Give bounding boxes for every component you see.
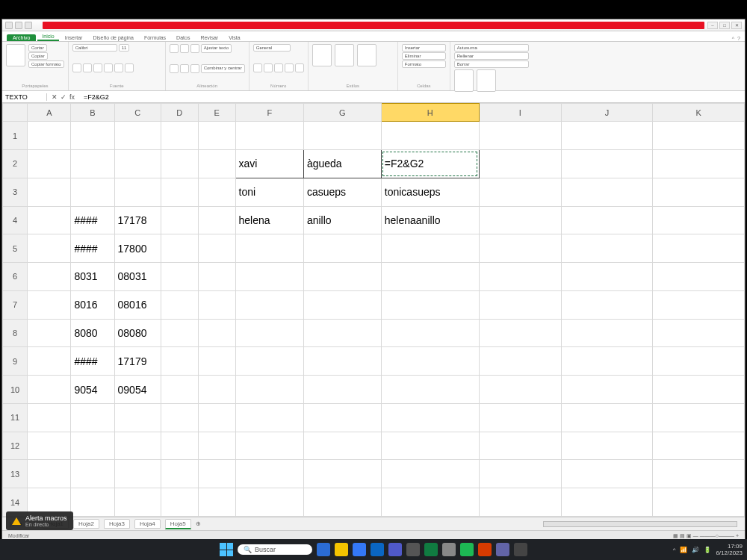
macro-alert-toast[interactable]: Alerta macros En directo (6, 511, 73, 530)
cell-I2[interactable] (479, 150, 561, 178)
cell-F9[interactable] (235, 347, 303, 376)
cell-J8[interactable] (561, 319, 653, 347)
cell-H1[interactable] (381, 122, 479, 150)
format-painter-button[interactable]: Copiar formato (28, 60, 64, 68)
taskbar-clock[interactable]: 17:09 6/12/2023 (716, 543, 743, 556)
cell-E10[interactable] (198, 376, 235, 404)
cell-G3[interactable]: casueps (303, 178, 381, 206)
cell-K10[interactable] (653, 376, 745, 404)
row-header-6[interactable]: 6 (3, 263, 28, 291)
cell-E6[interactable] (198, 263, 235, 291)
cell-B12[interactable] (71, 432, 114, 460)
cell-E12[interactable] (198, 432, 235, 460)
tab-inicio[interactable]: Inicio (37, 33, 58, 41)
cell-K14[interactable] (653, 488, 745, 517)
worksheet-grid[interactable]: ABCDEFGHIJK12xaviàgueda=F2&G23tonicasuep… (2, 103, 745, 517)
tab-revisar[interactable]: Revisar (196, 34, 223, 41)
cell-K1[interactable] (653, 122, 745, 150)
cell-C9[interactable]: 17179 (114, 347, 161, 376)
row-header-1[interactable]: 1 (3, 122, 28, 150)
cell-H2[interactable]: =F2&G2 (381, 150, 479, 178)
tab-insertar[interactable]: Insertar (61, 34, 87, 41)
cell-J11[interactable] (561, 403, 653, 432)
cell-I14[interactable] (479, 488, 561, 517)
taskbar-app-icon[interactable] (388, 543, 402, 556)
cell-K7[interactable] (653, 290, 745, 319)
help-icon[interactable]: ? (737, 36, 740, 41)
cell-E13[interactable] (198, 460, 235, 488)
format-cells-button[interactable]: Formato (402, 60, 446, 68)
ribbon-collapse-icon[interactable]: ^ (732, 36, 734, 41)
cell-C1[interactable] (114, 122, 161, 150)
cell-I11[interactable] (479, 403, 561, 432)
cell-E7[interactable] (198, 290, 235, 319)
wrap-text-button[interactable]: Ajustar texto (201, 44, 232, 53)
cell-J5[interactable] (561, 234, 653, 263)
cell-K11[interactable] (653, 403, 745, 432)
cell-J4[interactable] (561, 206, 653, 234)
start-button[interactable] (220, 543, 233, 556)
row-header-2[interactable]: 2 (3, 150, 28, 178)
font-size-selector[interactable]: 11 (119, 44, 130, 52)
column-header-G[interactable]: G (303, 104, 381, 122)
taskbar-app-icon[interactable] (514, 543, 527, 556)
cell-G4[interactable]: anillo (303, 206, 381, 234)
cell-C2[interactable] (114, 150, 161, 178)
column-header-K[interactable]: K (653, 104, 745, 122)
cell-D11[interactable] (161, 403, 198, 432)
cell-E5[interactable] (198, 234, 235, 263)
cell-H5[interactable] (381, 234, 479, 263)
system-tray[interactable]: ^ 📶 🔊 🔋 17:09 6/12/2023 (673, 543, 743, 556)
paste-button[interactable] (6, 44, 25, 66)
taskbar-app-icon[interactable] (335, 543, 348, 556)
row-header-5[interactable]: 5 (3, 234, 28, 263)
column-header-I[interactable]: I (479, 104, 561, 122)
fill-button[interactable]: Rellenar (454, 52, 529, 60)
cell-A3[interactable] (28, 178, 71, 206)
cell-styles-button[interactable] (357, 44, 376, 66)
cell-G12[interactable] (303, 432, 381, 460)
bold-button[interactable] (72, 63, 81, 72)
cell-K9[interactable] (653, 347, 745, 376)
cell-A5[interactable] (28, 234, 71, 263)
cell-G1[interactable] (303, 122, 381, 150)
cell-A11[interactable] (28, 403, 71, 432)
cell-K5[interactable] (653, 234, 745, 263)
file-tab[interactable]: Archivo (7, 34, 36, 41)
cell-A10[interactable] (28, 376, 71, 404)
cell-B3[interactable] (71, 178, 114, 206)
conditional-format-button[interactable] (312, 44, 332, 66)
cell-F5[interactable] (235, 234, 303, 263)
cell-B8[interactable]: 8080 (71, 319, 114, 347)
zoom-slider[interactable]: — ———○——— + (693, 533, 739, 538)
cell-A4[interactable] (28, 206, 71, 234)
cell-C4[interactable]: 17178 (114, 206, 161, 234)
cell-A9[interactable] (28, 347, 71, 376)
taskbar-excel-icon[interactable] (424, 543, 438, 556)
column-header-C[interactable]: C (114, 104, 161, 122)
cell-F14[interactable] (235, 488, 303, 517)
close-button[interactable]: ✕ (731, 22, 742, 29)
cell-J9[interactable] (561, 347, 653, 376)
row-header-3[interactable]: 3 (3, 178, 28, 206)
decimal-dec-icon[interactable] (295, 63, 304, 72)
cell-I3[interactable] (479, 178, 561, 206)
cell-H4[interactable]: helenaanillo (381, 206, 479, 234)
cell-D13[interactable] (161, 460, 198, 488)
cell-D2[interactable] (161, 150, 198, 178)
row-header-12[interactable]: 12 (3, 432, 28, 460)
cell-B7[interactable]: 8016 (71, 290, 114, 319)
cut-button[interactable]: Cortar (28, 44, 47, 52)
autosum-button[interactable]: Autosuma (454, 44, 529, 52)
cell-K4[interactable] (653, 206, 745, 234)
cell-H6[interactable] (381, 263, 479, 291)
cell-H11[interactable] (381, 403, 479, 432)
formula-input[interactable]: =F2&G2 (79, 93, 745, 101)
cell-F13[interactable] (235, 460, 303, 488)
cell-G10[interactable] (303, 376, 381, 404)
cell-J13[interactable] (561, 460, 653, 488)
cell-I1[interactable] (479, 122, 561, 150)
cell-H12[interactable] (381, 432, 479, 460)
cell-G7[interactable] (303, 290, 381, 319)
qat-redo-icon[interactable] (25, 22, 32, 29)
